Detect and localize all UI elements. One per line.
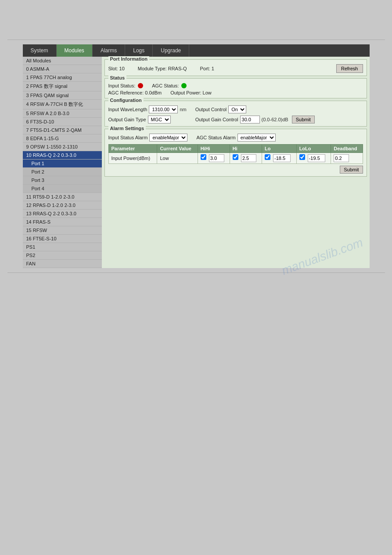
deadband-input[interactable] <box>334 154 349 162</box>
nav-logs[interactable]: Logs <box>125 44 153 57</box>
port-info-title: Port Information <box>108 56 150 62</box>
watermark: manualslib.com <box>280 236 365 278</box>
status-title: Status <box>108 75 127 80</box>
content-area: Port Information Slot: 10 Module Type: R… <box>102 57 370 268</box>
lolo-checkbox[interactable] <box>299 154 305 160</box>
input-status-dot <box>138 83 143 88</box>
output-control-select[interactable]: On Off <box>228 105 246 113</box>
sidebar-item-ft5e[interactable]: 16 FT5E-S-10 <box>23 235 102 243</box>
status-section: Status Input Status: AGC Status: <box>104 78 367 98</box>
sidebar-item-port3[interactable]: Port 3 <box>23 176 102 185</box>
output-control-label: Output Control <box>195 107 227 112</box>
alarm-settings-title: Alarm Settings <box>108 126 146 131</box>
sidebar-item-rpas-d1[interactable]: 12 RPAS-D 1-2.0 2-3.0 <box>23 201 102 210</box>
agc-status-alarm-select[interactable]: enableMajor enableMinor disable <box>237 134 276 141</box>
refresh-button[interactable]: Refresh <box>336 64 363 73</box>
configuration-section: Configuration Input WaveLength 1310.00 1… <box>104 101 367 127</box>
sidebar-item-ps1[interactable]: PS1 <box>23 243 102 251</box>
alarm-submit-button[interactable]: Submit <box>340 166 363 174</box>
sidebar-item-fpas-qam[interactable]: 3 FPAS QAM signal <box>23 91 102 100</box>
nav-upgrade[interactable]: Upgrade <box>153 44 189 57</box>
wavelength-label: Input WaveLength <box>108 107 147 112</box>
sidebar-item-fras-s[interactable]: 14 FRAS-S <box>23 218 102 226</box>
hi-checkbox[interactable] <box>233 154 238 160</box>
config-submit-button[interactable]: Submit <box>292 116 315 123</box>
input-status-label: Input Status: <box>108 83 136 88</box>
col-deadband: Deadband <box>331 145 363 153</box>
sidebar-item-all-modules[interactable]: All Modules <box>23 57 102 65</box>
col-parameter: Parameter <box>108 145 157 153</box>
hi-input[interactable] <box>241 154 256 162</box>
sidebar: All Modules 0 ASMM-A 1 FPAS 77CH analog … <box>23 57 102 268</box>
hihi-input[interactable] <box>209 154 224 162</box>
sidebar-item-rras-q2-2[interactable]: 13 RRAS-Q 2-2 0.3-3.0 <box>23 210 102 218</box>
cell-hihi <box>198 153 230 164</box>
cell-deadband <box>331 153 363 164</box>
gain-control-range: (0.0-62.0)dB <box>262 117 288 122</box>
slot-label: Slot: 10 <box>108 66 125 71</box>
sidebar-item-fpas-77ch[interactable]: 1 FPAS 77CH analog <box>23 73 102 82</box>
agc-reference-label: AGC Reference: 0.0dBm <box>108 90 162 95</box>
input-status: Input Status: <box>108 83 144 88</box>
wavelength-row: Input WaveLength 1310.00 1550.00 nm <box>108 105 187 113</box>
sidebar-item-opsw[interactable]: 9 OPSW 1-1550 2-1310 <box>23 143 102 151</box>
sidebar-item-fpas-signal[interactable]: 2 FPAS 数字 signal <box>23 82 102 91</box>
cell-lolo <box>296 153 331 164</box>
input-status-alarm-label: Input Status Alarm <box>108 135 148 140</box>
gain-control-row: Output Gain Control (0.0-62.0)dB Submit <box>195 116 363 123</box>
output-power-label: Output Power: Low <box>170 90 212 95</box>
agc-status: AGC Status: <box>152 83 187 88</box>
col-lolo: LoLo <box>296 145 331 153</box>
input-status-alarm-select[interactable]: enableMajor enableMinor disable <box>149 134 187 141</box>
gain-control-label: Output Gain Control <box>195 117 238 122</box>
sidebar-item-rt59[interactable]: 11 RT59-D 1-2.0 2-3.0 <box>23 193 102 201</box>
nav-modules[interactable]: Modules <box>57 44 93 57</box>
col-hihi: HiHi <box>198 145 230 153</box>
cell-hi <box>230 153 262 164</box>
agc-status-alarm-label: AGC Status Alarm <box>196 135 235 140</box>
config-title: Configuration <box>108 98 144 103</box>
nav-system[interactable]: System <box>23 44 57 57</box>
hihi-checkbox[interactable] <box>201 154 206 160</box>
agc-status-alarm-item: AGC Status Alarm enableMajor enableMinor… <box>196 134 275 141</box>
body-area: All Modules 0 ASMM-A 1 FPAS 77CH analog … <box>23 57 370 268</box>
agc-status-dot <box>181 83 187 88</box>
sidebar-item-rfsw[interactable]: 15 RFSW <box>23 226 102 235</box>
sidebar-item-ft3s[interactable]: 6 FT3S-D-10 <box>23 118 102 126</box>
wavelength-unit: nm <box>180 107 186 112</box>
gain-type-select[interactable]: MGC AGC <box>148 116 171 123</box>
sidebar-item-rfsw-a-77ch[interactable]: 4 RFSW A-77CH B 数字化 <box>23 100 102 109</box>
lo-checkbox[interactable] <box>265 154 270 160</box>
port-label: Port: 1 <box>200 66 214 71</box>
wavelength-select[interactable]: 1310.00 1550.00 <box>149 105 178 113</box>
sidebar-item-port1[interactable]: Port 1 <box>23 160 102 168</box>
col-hi: Hi <box>230 145 262 153</box>
port-info-section: Port Information Slot: 10 Module Type: R… <box>104 59 367 76</box>
sidebar-item-rfsw-a20[interactable]: 5 RFSW A 2.0 B-3.0 <box>23 109 102 118</box>
sidebar-item-port4[interactable]: Port 4 <box>23 185 102 193</box>
cell-parameter: Input Power(dBm) <box>108 153 157 164</box>
port-info-text: Slot: 10 Module Type: RRAS-Q Port: 1 <box>108 66 214 71</box>
sidebar-item-edfa[interactable]: 8 EDFA 1-15-G <box>23 134 102 143</box>
sidebar-item-rras-q2[interactable]: 10 RRAS-Q 2-2 0.3-3.0 <box>23 151 102 160</box>
gain-type-row: Output Gain Type MGC AGC <box>108 116 187 123</box>
nav-alarms[interactable]: Alarms <box>93 44 125 57</box>
cell-current-value: Low <box>157 153 198 164</box>
sidebar-item-asmm-a[interactable]: 0 ASMM-A <box>23 65 102 73</box>
input-status-alarm-item: Input Status Alarm enableMajor enableMin… <box>108 134 188 141</box>
sidebar-item-ps2[interactable]: PS2 <box>23 251 102 260</box>
alarm-table: Parameter Current Value HiHi Hi Lo LoLo … <box>108 144 363 164</box>
lolo-input[interactable] <box>308 154 325 162</box>
sidebar-item-fan[interactable]: FAN <box>23 260 102 268</box>
cell-lo <box>262 153 297 164</box>
table-row: Input Power(dBm) Low <box>108 153 363 164</box>
alarm-settings-section: Alarm Settings Input Status Alarm enable… <box>104 129 367 177</box>
output-control-row: Output Control On Off <box>195 105 363 113</box>
nav-bar: System Modules Alarms Logs Upgrade <box>23 44 370 57</box>
module-type-label: Module Type: RRAS-Q <box>138 66 187 71</box>
sidebar-item-port2[interactable]: Port 2 <box>23 168 102 176</box>
sidebar-item-ft5s[interactable]: 7 FT5S-D1-CMTS 2-QAM <box>23 126 102 134</box>
col-current-value: Current Value <box>157 145 198 153</box>
gain-control-input[interactable] <box>240 116 260 123</box>
lo-input[interactable] <box>273 154 291 162</box>
